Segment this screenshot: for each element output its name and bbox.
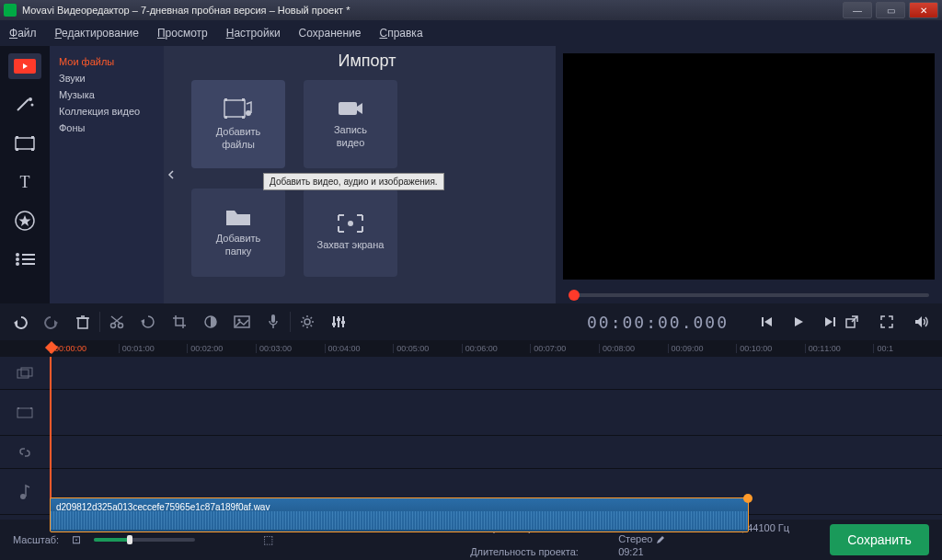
menu-edit[interactable]: Редактирование (55, 27, 139, 40)
window-close-button[interactable]: ✕ (909, 2, 938, 18)
ruler-tick: 00:07:00 (530, 344, 599, 353)
color-button[interactable] (200, 311, 222, 333)
image-icon (234, 315, 250, 328)
svg-point-13 (16, 253, 19, 257)
zoom-fit-icon[interactable]: ⊡ (72, 533, 81, 546)
svg-point-62 (20, 494, 26, 499)
fullscreen-button[interactable] (876, 311, 898, 333)
tile-record-video[interactable]: Запись видео (304, 80, 397, 168)
clip-props-button[interactable] (296, 311, 318, 333)
svg-point-24 (246, 110, 251, 116)
menu-help[interactable]: Справка (379, 27, 422, 40)
source-item-my-files[interactable]: Мои файлы (59, 53, 155, 70)
scrub-thumb[interactable] (569, 290, 580, 301)
tool-titles[interactable]: T (8, 169, 41, 195)
import-panel: Импорт Добавить файлы Запись видео Добав… (178, 46, 556, 303)
delete-button[interactable] (72, 311, 94, 333)
sliders-icon (331, 314, 346, 329)
zoom-fit-width-icon[interactable]: ⬚ (263, 533, 273, 546)
svg-point-15 (16, 257, 19, 261)
mic-button[interactable] (262, 311, 284, 333)
svg-marker-12 (19, 215, 31, 226)
ruler-tick: 00:04:00 (325, 344, 394, 353)
clip-end-handle[interactable] (743, 494, 752, 503)
ruler-tick: 00:11:00 (805, 344, 874, 353)
next-button[interactable] (819, 311, 841, 333)
track-overlay[interactable] (0, 357, 942, 390)
preview-scrubber[interactable] (556, 287, 942, 303)
tool-filters[interactable] (8, 92, 41, 118)
tool-import[interactable] (8, 53, 41, 79)
source-item-sounds[interactable]: Звуки (59, 70, 155, 86)
svg-marker-56 (915, 316, 922, 327)
expand-icon (879, 314, 894, 329)
zoom-slider[interactable] (94, 538, 195, 542)
link-track-icon (18, 446, 31, 459)
film-icon (13, 135, 37, 152)
ruler-tick: 00:09:00 (668, 344, 737, 353)
svg-rect-47 (332, 323, 336, 326)
rotate-button[interactable] (137, 311, 159, 333)
svg-rect-59 (17, 408, 32, 417)
volume-button[interactable] (911, 311, 933, 333)
audio-clip[interactable]: d209812d325a013ceccefe75965e1c87a189f0af… (50, 497, 749, 532)
ruler-tick: 00:03:00 (256, 344, 325, 353)
equalizer-button[interactable] (327, 311, 350, 333)
crop-icon (172, 314, 187, 329)
playhead-line[interactable] (50, 357, 52, 520)
tool-transitions[interactable] (8, 131, 41, 156)
tool-more[interactable] (8, 246, 41, 272)
svg-rect-6 (16, 136, 18, 139)
tool-stickers[interactable] (8, 208, 41, 234)
window-minimize-button[interactable]: — (843, 2, 872, 18)
track-video[interactable] (0, 390, 942, 436)
menu-settings[interactable]: Настройки (226, 27, 281, 40)
timeline-ruler[interactable]: 00:00:00 00:01:00 00:02:00 00:03:00 00:0… (0, 340, 942, 357)
play-button[interactable] (787, 311, 810, 333)
track-link[interactable] (0, 436, 942, 469)
tile-screen-capture[interactable]: Захват экрана (304, 189, 397, 277)
tool-sidebar: T (0, 46, 50, 303)
preview-screen[interactable] (563, 53, 935, 280)
svg-marker-29 (54, 320, 58, 326)
detach-button[interactable] (841, 311, 863, 333)
list-icon (15, 252, 35, 267)
project-duration-label: Длительность проекта: (470, 546, 613, 557)
tile-add-files[interactable]: Добавить файлы (191, 80, 285, 168)
zoom-thumb[interactable] (127, 535, 132, 544)
svg-point-27 (348, 221, 353, 226)
svg-rect-55 (846, 319, 855, 327)
crop-button[interactable] (168, 311, 190, 333)
svg-rect-50 (762, 317, 764, 326)
svg-rect-21 (242, 98, 245, 101)
svg-marker-52 (795, 317, 803, 326)
menu-file[interactable]: Файл (9, 27, 37, 40)
tile-add-folder[interactable]: Добавить папку (191, 189, 285, 277)
source-item-video-collection[interactable]: Коллекция видео (59, 103, 155, 120)
svg-point-43 (304, 319, 310, 325)
ruler-tick: 00:00:00 (50, 344, 119, 353)
collapse-source-panel[interactable] (164, 46, 178, 303)
source-item-backgrounds[interactable]: Фоны (59, 120, 155, 136)
undo-button[interactable] (9, 311, 31, 333)
popout-icon (844, 314, 859, 329)
prev-button[interactable] (756, 311, 778, 333)
cut-button[interactable] (106, 311, 128, 333)
redo-button[interactable] (40, 311, 63, 333)
clip-waveform (51, 511, 748, 530)
svg-rect-39 (235, 316, 249, 327)
picture-button[interactable] (231, 311, 253, 333)
source-item-music[interactable]: Музыка (59, 86, 155, 103)
menu-save[interactable]: Сохранение (299, 27, 362, 40)
track-audio[interactable]: d209812d325a013ceccefe75965e1c87a189f0af… (0, 469, 942, 515)
window-maximize-button[interactable]: ▭ (876, 2, 905, 18)
save-button[interactable]: Сохранить (830, 524, 929, 555)
svg-rect-25 (339, 102, 357, 115)
ruler-tick: 00:1 (873, 344, 942, 353)
svg-rect-16 (22, 258, 35, 260)
svg-point-17 (16, 262, 19, 266)
capture-icon (337, 213, 364, 234)
svg-point-3 (29, 97, 32, 101)
menu-view[interactable]: Просмотр (157, 27, 208, 40)
menubar: Файл Редактирование Просмотр Настройки С… (0, 20, 942, 46)
